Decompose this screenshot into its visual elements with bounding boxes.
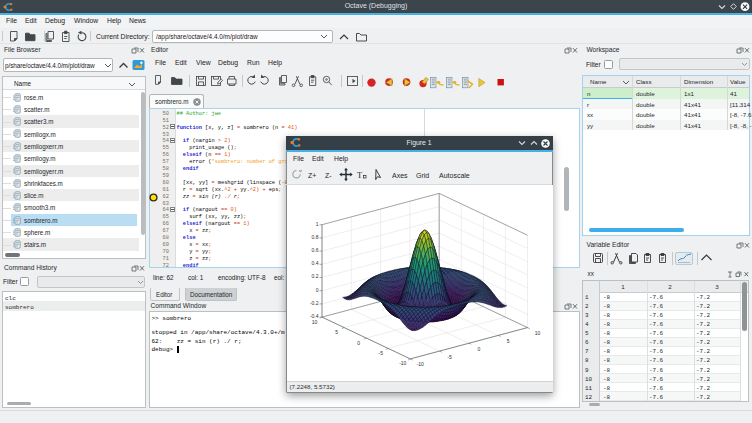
svg-text:5: 5 (335, 329, 338, 335)
svg-text:-10: -10 (399, 360, 406, 366)
svg-text:0.6: 0.6 (311, 247, 318, 253)
svg-text:Axes: Axes (392, 172, 408, 179)
svg-text:1: 1 (315, 220, 318, 226)
svg-text:0.2: 0.2 (311, 273, 318, 279)
svg-text:10: 10 (534, 330, 540, 336)
svg-text:-5: -5 (447, 353, 452, 359)
svg-text:Z-: Z- (325, 172, 332, 179)
svg-text:-0.2: -0.2 (309, 299, 318, 305)
svg-text:0: 0 (477, 345, 480, 351)
svg-text:10: 10 (311, 318, 317, 324)
svg-text:0.8: 0.8 (311, 233, 318, 239)
svg-text:0.4: 0.4 (311, 260, 318, 266)
svg-text:Autoscale: Autoscale (439, 172, 470, 179)
svg-text:-10: -10 (416, 361, 423, 367)
svg-text:-0.4: -0.4 (309, 313, 318, 319)
svg-text:5: 5 (506, 337, 509, 343)
svg-text:T: T (357, 170, 363, 180)
svg-text:Grid: Grid (416, 172, 429, 179)
svg-text:-5: -5 (378, 349, 383, 355)
svg-text:0: 0 (357, 339, 360, 345)
svg-text:0: 0 (315, 286, 318, 292)
svg-text:Z+: Z+ (308, 172, 316, 179)
